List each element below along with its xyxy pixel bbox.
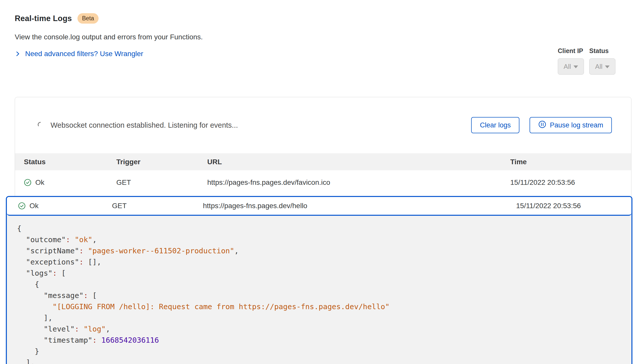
code-line: { [17,223,621,234]
page-subtitle: View the console.log output and errors f… [15,33,203,41]
wrangler-filters-link[interactable]: Need advanced filters? Use Wrangler [15,50,143,58]
wrangler-link-label: Need advanced filters? Use Wrangler [25,50,143,58]
time-value: 15/11/2022 20:53:56 [516,202,631,210]
page-title: Real-time Logs [15,14,72,23]
stream-status-message: Websocket connection established. Listen… [51,121,238,129]
client-ip-label: Client IP [558,47,586,55]
header-url: URL [207,158,510,166]
code-line: { [17,279,621,290]
code-line: } [17,346,621,357]
status-cell: Ok [24,178,116,187]
clear-logs-button[interactable]: Clear logs [471,117,519,133]
time-value: 15/11/2022 20:53:56 [510,178,631,187]
log-row-hello-expanded[interactable]: Ok GET https://pages-fns.pages.dev/hello… [7,197,631,216]
code-line: "outcome": "ok", [17,234,621,245]
code-line: ], [17,312,621,323]
log-row-favicon[interactable]: Ok GET https://pages-fns.pages.dev/favic… [15,170,631,195]
code-line: "exceptions": [], [17,256,621,268]
pause-icon [538,120,546,130]
log-table-header: Status Trigger URL Time [15,153,631,170]
status-filter-value: All [595,63,602,71]
code-line: "scriptName": "pages-worker--611502-prod… [17,245,621,256]
chevron-right-icon [15,51,21,57]
stream-status: Websocket connection established. Listen… [37,121,238,129]
status-dropdown[interactable]: All [589,58,615,75]
status-value: Ok [35,178,44,187]
header-trigger: Trigger [116,158,207,166]
status-filter-label: Status [589,47,617,55]
header-status: Status [24,158,116,166]
clear-logs-label: Clear logs [480,121,511,129]
client-ip-dropdown[interactable]: All [558,58,584,75]
client-ip-value: All [564,63,571,71]
status-cell: Ok [18,202,112,210]
code-line: "level": "log", [17,323,621,335]
json-code: { "outcome": "ok", "scriptName": "pages-… [7,216,631,364]
code-line: "[LOGGING FROM /hello]: Request came fro… [17,301,621,312]
trigger-value: GET [112,202,203,210]
pause-log-stream-button[interactable]: Pause log stream [530,117,612,133]
check-circle-icon [24,179,31,186]
status-value: Ok [29,202,39,210]
page-header: Real-time Logs Beta [15,13,99,24]
header-time: Time [510,158,631,166]
url-value: https://pages-fns.pages.dev/hello [203,202,516,210]
expanded-log-entry: Ok GET https://pages-fns.pages.dev/hello… [6,196,632,364]
code-line: "timestamp": 1668542036116 [17,335,621,346]
code-line: "logs": [ [17,268,621,279]
check-circle-icon [18,202,26,210]
caret-down-icon [574,65,578,68]
filter-status: Status All [589,47,617,75]
beta-badge: Beta [77,13,99,24]
code-line: ], [17,357,621,364]
stream-bar: Websocket connection established. Listen… [15,97,631,153]
caret-down-icon [605,65,610,68]
pause-log-stream-label: Pause log stream [550,121,603,129]
url-value: https://pages-fns.pages.dev/favicon.ico [207,178,510,187]
trigger-value: GET [116,178,207,187]
filter-client-ip: Client IP All [558,47,586,75]
spinner-icon [37,121,43,129]
code-line: "message": [ [17,290,621,301]
